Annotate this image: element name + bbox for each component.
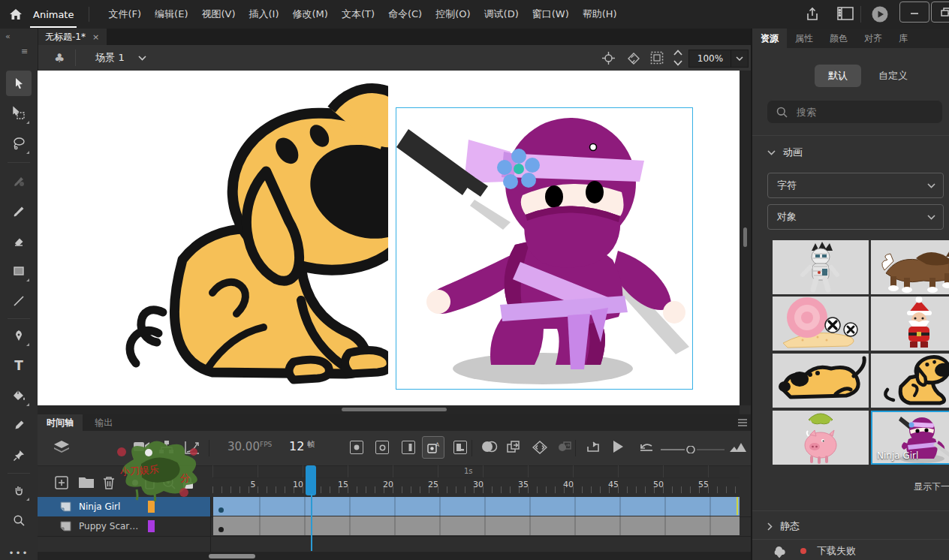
puppy-artwork[interactable] [124, 75, 388, 390]
eyedropper-tool[interactable] [6, 413, 32, 438]
menu-item-control[interactable]: 控制(O) [429, 5, 477, 24]
timeline-zoom-icon[interactable] [730, 442, 746, 453]
playhead-line[interactable] [311, 494, 312, 551]
menu-item-text[interactable]: 文本(T) [335, 5, 381, 24]
keyframe-dot[interactable] [218, 507, 224, 513]
timeline-panel-menu-icon[interactable] [737, 418, 748, 427]
static-section-header[interactable]: 静态 [767, 519, 800, 533]
fps-value[interactable]: 30.00FPS [227, 440, 272, 453]
subselection-tool[interactable] [6, 101, 32, 126]
tab-color[interactable]: 颜色 [821, 29, 856, 48]
selection-bounds[interactable] [396, 107, 693, 390]
asset-tile-puppy-sitting[interactable] [871, 354, 949, 408]
custom-mode-button[interactable]: 自定义 [878, 65, 908, 87]
default-mode-button[interactable]: 默认 [815, 65, 861, 87]
show-next-link[interactable]: 显示下一个 [914, 480, 949, 493]
document-tab[interactable]: 无标题-1* × [38, 29, 107, 45]
timeline-horizontal-scrollbar[interactable] [38, 552, 751, 560]
menu-item-window[interactable]: 窗口(W) [526, 5, 576, 24]
object-filter-dropdown[interactable]: 对象 [767, 204, 944, 230]
edit-multiple-frames-icon[interactable] [507, 441, 522, 454]
current-frame-value[interactable]: 12 帧 [289, 439, 315, 453]
center-stage-icon[interactable] [602, 52, 615, 65]
rewind-icon[interactable] [639, 441, 654, 453]
play-button[interactable] [612, 440, 624, 453]
menu-item-debug[interactable]: 调试(D) [478, 5, 526, 24]
layer-outline-swatch[interactable] [148, 501, 155, 513]
keyframe-dot[interactable] [218, 527, 224, 532]
zoom-tool[interactable] [6, 507, 32, 533]
workspace-icon[interactable] [837, 7, 854, 20]
frame-span-puppy[interactable] [213, 516, 740, 535]
asset-tile-puppy-playing[interactable] [773, 354, 869, 408]
playhead-marker[interactable] [306, 465, 316, 495]
zoom-level-input[interactable]: 100% [688, 50, 732, 68]
asset-tile-pig-parachute[interactable] [773, 411, 869, 465]
v-scroll-thumb[interactable] [743, 227, 747, 247]
eraser-tool[interactable] [6, 228, 32, 254]
edit-symbols-icon[interactable]: ♣ [54, 51, 65, 65]
zoom-stepper[interactable] [673, 48, 683, 68]
menu-item-modify[interactable]: 修改(M) [286, 5, 335, 24]
rotate-stage-icon[interactable] [626, 51, 641, 65]
cloud-download-icon[interactable] [772, 545, 787, 558]
minimize-button[interactable] [899, 2, 929, 23]
auto-keyframe-button[interactable]: A [422, 436, 444, 459]
new-layer-icon[interactable] [55, 476, 68, 489]
collapse-panel-icon[interactable]: « [5, 32, 11, 41]
hand-tool[interactable] [6, 477, 32, 503]
stage-canvas[interactable] [38, 71, 740, 405]
close-tab-icon[interactable]: × [92, 32, 99, 42]
timeline-scroll-thumb[interactable] [209, 554, 255, 558]
create-tween-icon[interactable] [532, 441, 547, 454]
tab-library[interactable]: 库 [890, 29, 916, 48]
layer-row-puppy[interactable]: Puppy Scar… [38, 516, 751, 537]
menu-item-help[interactable]: 帮助(H) [576, 5, 624, 24]
layers-view-icon[interactable] [54, 441, 69, 454]
tab-align[interactable]: 对齐 [856, 29, 890, 48]
classic-brush-tool[interactable] [6, 198, 32, 224]
app-name[interactable]: Animate [30, 9, 77, 20]
tab-timeline[interactable]: 时间轴 [38, 414, 83, 431]
test-movie-icon[interactable] [871, 5, 889, 23]
rectangle-tool[interactable] [6, 258, 32, 284]
menu-item-insert[interactable]: 插入(I) [243, 5, 286, 24]
h-scroll-thumb[interactable] [342, 408, 447, 411]
pen-tool[interactable] [6, 323, 32, 348]
selection-tool[interactable] [6, 71, 32, 96]
menu-item-view[interactable]: 视图(V) [194, 5, 242, 24]
lasso-tool[interactable] [6, 131, 32, 156]
insert-keyframe-icon[interactable] [350, 441, 363, 454]
character-filter-dropdown[interactable]: 字符 [767, 173, 944, 198]
more-tools-button[interactable]: ••• [6, 540, 32, 560]
menu-item-edit[interactable]: 编辑(E) [148, 5, 194, 24]
insert-frame-icon[interactable] [402, 441, 415, 454]
asset-tile-mummy[interactable] [773, 240, 869, 294]
zoom-dropdown-icon[interactable] [731, 50, 749, 68]
new-folder-icon[interactable] [79, 476, 94, 488]
tab-output[interactable]: 输出 [86, 414, 122, 431]
asset-warp-pin-tool[interactable] [6, 443, 32, 468]
fluid-brush-tool[interactable] [6, 168, 32, 194]
ninja-artwork[interactable] [396, 108, 692, 389]
tab-assets[interactable]: 资源 [752, 29, 787, 48]
motion-tween-icon[interactable] [557, 441, 572, 453]
home-icon[interactable] [9, 8, 23, 20]
share-icon[interactable] [805, 7, 820, 22]
search-input[interactable] [795, 106, 926, 119]
frame-span-ninja[interactable] [213, 497, 740, 516]
timeline-zoom-slider[interactable] [661, 446, 725, 453]
layer-outline-swatch[interactable] [148, 520, 155, 532]
restore-button[interactable] [931, 2, 949, 23]
tab-properties[interactable]: 属性 [787, 29, 821, 48]
text-tool[interactable]: T [6, 353, 32, 378]
paint-bucket-tool[interactable] [6, 383, 32, 408]
loop-icon[interactable] [586, 441, 601, 454]
asset-tile-snail[interactable] [773, 297, 869, 351]
insert-blank-keyframe-icon[interactable] [375, 441, 389, 454]
menu-item-file[interactable]: 文件(F) [101, 5, 148, 24]
asset-tile-santa[interactable] [871, 297, 949, 351]
asset-search-box[interactable] [767, 101, 942, 123]
menu-item-command[interactable]: 命令(C) [381, 5, 429, 24]
stage-vertical-scrollbar[interactable] [740, 71, 751, 405]
